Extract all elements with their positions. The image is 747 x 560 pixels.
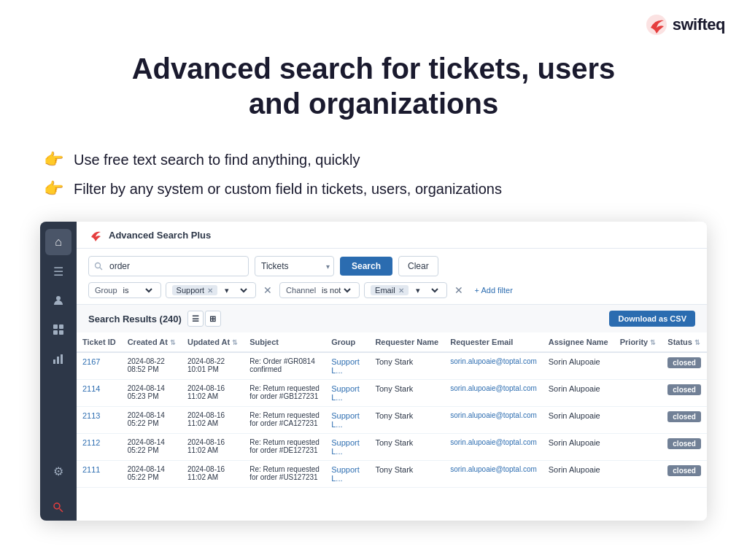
cell-subject: Re: Order #GR0814 confirmed xyxy=(244,352,325,380)
cell-requester-email: sorin.alupoaie@toptal.com xyxy=(444,407,543,434)
cell-group[interactable]: Support L... xyxy=(325,434,369,461)
main-content: Advanced Search Plus Tickets Users Organ… xyxy=(77,222,707,521)
feature-item-1: 👉 Use free text search to find anything,… xyxy=(44,150,703,169)
table-row: 2111 2024-08-14 05:22 PM 2024-08-16 11:0… xyxy=(77,461,707,488)
app-logo-icon xyxy=(88,228,103,242)
cell-assignee-name: Sorin Alupoaie xyxy=(543,407,614,434)
sidebar-item-home[interactable]: ⌂ xyxy=(45,229,71,255)
cell-group[interactable]: Support L... xyxy=(325,407,369,434)
cell-subject: Re: Return requested for order #GB127231 xyxy=(244,380,325,407)
search-button[interactable]: Search xyxy=(340,257,392,276)
svg-rect-2 xyxy=(53,324,58,329)
cell-priority xyxy=(614,352,662,380)
cell-subject: Re: Return requested for order #US127231 xyxy=(244,461,325,488)
app-title: Advanced Search Plus xyxy=(109,230,211,241)
app-header: Advanced Search Plus xyxy=(77,222,707,249)
feature-item-2: 👉 Filter by any system or custom field i… xyxy=(44,179,703,198)
cell-assignee-name: Sorin Alupoaie xyxy=(543,461,614,488)
cell-updated-at: 2024-08-16 11:02 AM xyxy=(182,434,244,461)
cell-created-at: 2024-08-14 05:23 PM xyxy=(122,380,182,407)
sidebar-item-chart[interactable] xyxy=(45,346,71,372)
remove-group-filter[interactable]: ✕ xyxy=(260,283,275,298)
svg-point-11 xyxy=(96,263,101,268)
app-window: ⌂ ☰ ⚙ Advanced Search Plus xyxy=(40,222,707,521)
cell-group[interactable]: Support L... xyxy=(325,461,369,488)
cell-requester-name: Tony Stark xyxy=(369,352,444,380)
col-header-subject: Subject xyxy=(244,332,325,352)
cell-group[interactable]: Support L... xyxy=(325,352,369,380)
filter-value-chip-email: Email ✕ ▾ xyxy=(364,282,447,298)
cell-ticket-id[interactable]: 2113 xyxy=(77,407,122,434)
table-row: 2114 2024-08-14 05:23 PM 2024-08-16 11:0… xyxy=(77,380,707,407)
cell-requester-name: Tony Stark xyxy=(369,461,444,488)
cell-updated-at: 2024-08-22 10:01 PM xyxy=(182,352,244,380)
sidebar-item-search-plus[interactable] xyxy=(45,494,71,521)
svg-rect-7 xyxy=(57,357,59,364)
remove-email-filter[interactable]: ✕ xyxy=(398,287,404,295)
svg-rect-6 xyxy=(53,359,55,364)
col-header-updated-at[interactable]: Updated At ⇅ xyxy=(182,332,244,352)
col-header-assignee-name: Assignee Name xyxy=(543,332,614,352)
col-header-created-at[interactable]: Created At ⇅ xyxy=(122,332,182,352)
search-input[interactable] xyxy=(88,256,249,276)
results-count: 240 xyxy=(163,314,179,324)
search-row: Tickets Users Organizations Search Clear xyxy=(88,256,695,276)
cell-subject: Re: Return requested for order #DE127231 xyxy=(244,434,325,461)
sidebar-item-grid[interactable] xyxy=(45,316,71,343)
cell-subject: Re: Return requested for order #CA127231 xyxy=(244,407,325,434)
cell-requester-email: sorin.alupoaie@toptal.com xyxy=(444,461,543,488)
filter-operator-support[interactable]: ▾ xyxy=(220,285,249,295)
list-view-button[interactable]: ☰ xyxy=(187,311,204,327)
table-row: 2113 2024-08-14 05:22 PM 2024-08-16 11:0… xyxy=(77,407,707,434)
cell-ticket-id[interactable]: 2167 xyxy=(77,352,122,380)
filter-operator-group[interactable]: is is not xyxy=(120,285,155,295)
results-table: Ticket ID Created At ⇅ Updated At ⇅ Subj… xyxy=(77,332,707,488)
svg-point-9 xyxy=(54,503,60,509)
filter-operator-email[interactable]: ▾ xyxy=(411,285,441,295)
clear-button[interactable]: Clear xyxy=(398,256,438,276)
filter-operator-channel[interactable]: is not is xyxy=(319,285,353,295)
col-header-priority[interactable]: Priority ⇅ xyxy=(614,332,662,352)
cell-created-at: 2024-08-14 05:22 PM xyxy=(122,461,182,488)
col-header-status[interactable]: Status ⇅ xyxy=(662,332,707,352)
search-input-wrap xyxy=(88,256,249,276)
search-icon xyxy=(94,262,103,271)
remove-support-filter[interactable]: ✕ xyxy=(207,287,213,295)
cell-status: closed xyxy=(662,407,707,434)
cell-updated-at: 2024-08-16 11:02 AM xyxy=(182,461,244,488)
filter-chip-channel: Channel is not is xyxy=(279,282,360,298)
grid-view-button[interactable]: ⊞ xyxy=(205,311,221,327)
cell-group[interactable]: Support L... xyxy=(325,380,369,407)
cell-ticket-id[interactable]: 2112 xyxy=(77,434,122,461)
cell-created-at: 2024-08-14 05:22 PM xyxy=(122,434,182,461)
cell-priority xyxy=(614,434,662,461)
search-area: Tickets Users Organizations Search Clear… xyxy=(77,249,707,305)
results-label: Search Results (240) xyxy=(88,314,182,324)
filter-value-chip-support: Support ✕ ▾ xyxy=(166,282,257,298)
cell-priority xyxy=(614,461,662,488)
results-title: Search Results (240) ☰ ⊞ xyxy=(88,311,221,327)
cell-ticket-id[interactable]: 2111 xyxy=(77,461,122,488)
type-select[interactable]: Tickets Users Organizations xyxy=(255,256,334,276)
cell-requester-email: sorin.alupoaie@toptal.com xyxy=(444,380,543,407)
table-header-row: Ticket ID Created At ⇅ Updated At ⇅ Subj… xyxy=(77,332,707,352)
hero-section: Advanced search for tickets, usersand or… xyxy=(0,0,747,136)
results-header: Search Results (240) ☰ ⊞ Download as CSV xyxy=(77,305,707,332)
filter-field-channel: Channel xyxy=(286,286,316,295)
cell-ticket-id[interactable]: 2114 xyxy=(77,380,122,407)
filter-chip-group: Group is is not xyxy=(88,282,161,298)
cell-priority xyxy=(614,407,662,434)
sidebar-item-list[interactable]: ☰ xyxy=(45,258,71,284)
table-row: 2112 2024-08-14 05:22 PM 2024-08-16 11:0… xyxy=(77,434,707,461)
svg-rect-3 xyxy=(59,324,63,329)
cell-requester-name: Tony Stark xyxy=(369,380,444,407)
col-header-requester-name: Requester Name xyxy=(369,332,444,352)
sidebar-item-users[interactable] xyxy=(45,287,71,314)
cell-updated-at: 2024-08-16 11:02 AM xyxy=(182,407,244,434)
remove-channel-filter[interactable]: ✕ xyxy=(452,283,466,298)
sidebar-item-settings[interactable]: ⚙ xyxy=(45,458,71,484)
cell-requester-email: sorin.alupoaie@toptal.com xyxy=(444,434,543,461)
sidebar: ⌂ ☰ ⚙ xyxy=(40,222,77,521)
download-csv-button[interactable]: Download as CSV xyxy=(609,311,695,327)
add-filter-button[interactable]: + Add filter xyxy=(471,284,517,297)
